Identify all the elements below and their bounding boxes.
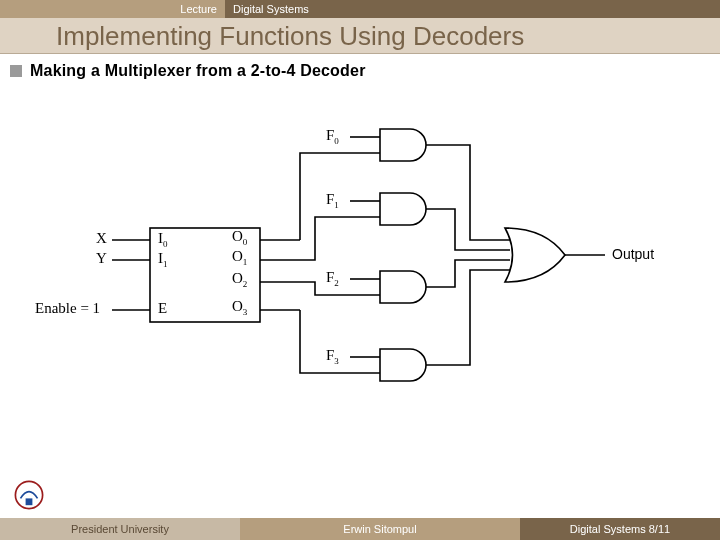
svg-rect-14 (26, 498, 33, 505)
label-o3: O3 (232, 298, 247, 317)
label-f3: F3 (326, 347, 339, 366)
footer: President University Erwin Sitompul Digi… (0, 518, 720, 540)
bullet-square-icon (10, 65, 22, 77)
label-o0: O0 (232, 228, 247, 247)
course-name: Digital Systems (225, 0, 720, 18)
label-e: E (158, 300, 167, 317)
label-output: Output (612, 246, 654, 262)
label-y: Y (96, 250, 107, 267)
label-f2: F2 (326, 269, 339, 288)
label-i0: I0 (158, 230, 168, 249)
label-x: X (96, 230, 107, 247)
page-title: Implementing Functions Using Decoders (0, 18, 720, 54)
label-f0: F0 (326, 127, 339, 146)
bullet-row: Making a Multiplexer from a 2-to-4 Decod… (0, 62, 720, 80)
diagram: X Y Enable = 1 I0 I1 E O0 O1 O2 O3 F0 F1… (0, 100, 720, 480)
footer-middle: Erwin Sitompul (240, 518, 520, 540)
label-o1: O1 (232, 248, 247, 267)
lecture-tag: Lecture (0, 0, 225, 18)
label-o2: O2 (232, 270, 247, 289)
top-bar: Lecture Digital Systems (0, 0, 720, 18)
university-logo-icon (12, 478, 46, 512)
footer-left: President University (0, 518, 240, 540)
circuit-svg (0, 100, 720, 480)
label-enable: Enable = 1 (35, 300, 100, 317)
label-i1: I1 (158, 250, 168, 269)
label-f1: F1 (326, 191, 339, 210)
footer-right: Digital Systems 8/11 (520, 518, 720, 540)
bullet-text: Making a Multiplexer from a 2-to-4 Decod… (30, 62, 366, 80)
